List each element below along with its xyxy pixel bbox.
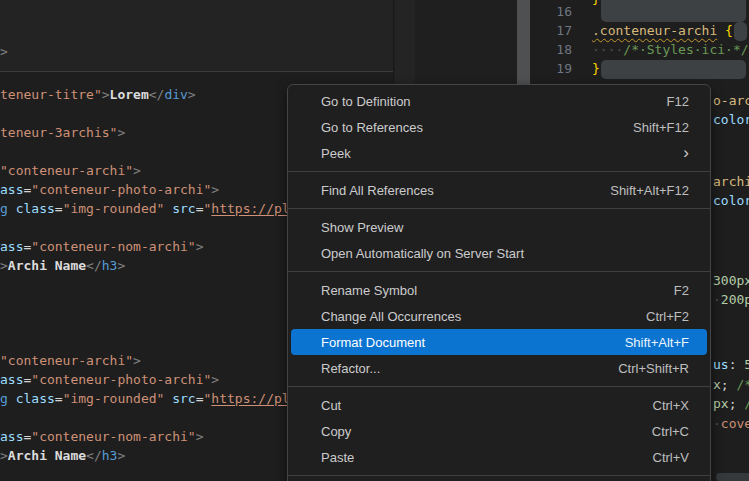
code-token: /*·Styles·ici·*/ [623,42,748,57]
line-number[interactable]: 16 [532,2,572,21]
code-token: div [164,87,187,102]
menu-item-paste[interactable]: PasteCtrl+V [291,444,707,470]
menu-item-find-all-references[interactable]: Find All ReferencesShift+Alt+F12 [291,177,707,203]
menu-item-shortcut: Ctrl+F2 [646,309,689,324]
menu-separator [288,271,710,272]
code-token: "conteneur-photo-archi" [31,372,211,387]
menu-item-label: Cut [321,398,341,413]
code-token: · [713,416,721,431]
code-line-fragment: us: 5 [713,355,749,374]
code-token: > [133,163,141,178]
code-token: Archi Name [8,258,86,273]
code-token: / [744,396,749,411]
code-token: > [117,125,125,140]
menu-item-shortcut: Shift+Alt+F12 [610,183,689,198]
code-token: src [172,201,195,216]
code-token: archi [713,174,749,189]
menu-item-shortcut: Ctrl+V [653,450,689,465]
menu-item-label: Paste [321,450,354,465]
code-line-fragment: 300px [713,271,749,290]
code-line-fragment: archi [713,172,749,191]
code-token: ass [0,372,23,387]
code-token: "conteneur-nom-archi" [31,239,195,254]
inactive-selection [734,22,747,41]
code-line: g class="img-rounded" src="https://pla [0,199,297,218]
code-line: teneur-3archis"> [0,123,125,142]
menu-item-rename-symbol[interactable]: Rename SymbolF2 [291,277,707,303]
line-number[interactable]: 17 [532,21,572,40]
menu-item-shortcut: Ctrl+C [652,424,689,439]
menu-item-show-preview[interactable]: Show Preview [291,214,707,240]
code-line: .conteneur-archi { [592,21,733,40]
code-token: "img-rounded" [63,391,165,406]
code-token: class [16,391,55,406]
code-token: Lorem [110,87,149,102]
code-line: >Archi Name</h3> [0,256,125,275]
code-token: https://pla [211,201,297,216]
code-token: > [117,258,125,273]
menu-item-peek[interactable]: Peek› [291,140,707,166]
code-line: g class="img-rounded" src="https://pla [0,389,297,408]
code-token: h3 [102,258,118,273]
code-token: > [196,239,204,254]
code-token: > [196,429,204,444]
menu-item-shortcut: F2 [674,283,689,298]
code-token: </ [86,258,102,273]
code-line-fragment: color [713,110,749,129]
menu-item-go-to-references[interactable]: Go to ReferencesShift+F12 [291,114,707,140]
code-token: } [592,61,600,76]
inactive-selection [601,0,746,22]
submenu-chevron-icon: › [683,144,689,161]
menu-item-refactor[interactable]: Refactor...Ctrl+Shift+R [291,355,707,381]
code-line: ass="conteneur-photo-archi"> [0,180,219,199]
menu-item-label: Rename Symbol [321,283,417,298]
code-line-fragment: color [713,191,749,210]
menu-item-label: Format Document [321,335,425,350]
code-token: ; [729,396,745,411]
code-line: "conteneur-archi"> [0,161,141,180]
code-token: > [211,182,219,197]
code-token: </ [86,448,102,463]
menu-item-label: Go to References [321,120,423,135]
code-token: color [713,193,749,208]
menu-item-label: Change All Occurrences [321,309,461,324]
sticky-code-line: > [0,42,8,61]
menu-item-cut[interactable]: CutCtrl+X [291,392,707,418]
menu-item-copy[interactable]: CopyCtrl+C [291,418,707,444]
code-token [8,391,16,406]
code-token: o-arch [713,93,749,108]
code-line-fragment: ·200p [713,290,749,309]
code-token: > [117,448,125,463]
menu-item-label: Find All References [321,183,434,198]
code-line: } [592,59,600,78]
code-token: us [713,357,729,372]
code-line-fragment: x; /* [713,375,749,394]
code-token: > [133,353,141,368]
code-line: } [592,0,600,8]
code-line-fragment: o-arch [713,91,749,110]
menu-item-change-all-occurrences[interactable]: Change All OccurrencesCtrl+F2 [291,303,707,329]
code-token: ···· [592,42,623,57]
code-line-fragment: ·cove [713,414,749,433]
code-token: "conteneur-archi" [0,353,133,368]
menu-item-label: Open Automatically on Server Start [321,246,524,261]
code-token: > [211,372,219,387]
menu-item-format-document[interactable]: Format DocumentShift+Alt+F [291,329,707,355]
code-token: /* [736,377,749,392]
line-number[interactable]: 18 [532,40,572,59]
menu-item-shortcut: Shift+F12 [633,120,689,135]
code-token: { [725,23,733,38]
code-token: px [713,396,729,411]
menu-item-go-to-definition[interactable]: Go to DefinitionF12 [291,88,707,114]
code-token [8,201,16,216]
code-token: > [0,44,8,59]
menu-separator [288,171,710,172]
code-token: src [172,391,195,406]
code-token: teneur-3archis" [0,125,117,140]
code-line: teneur-titre">Lorem</div> [0,85,196,104]
code-line: ass="conteneur-nom-archi"> [0,237,204,256]
menu-item-open-automatically-on-server-start[interactable]: Open Automatically on Server Start [291,240,707,266]
code-token: = [55,391,63,406]
code-token: > [188,87,196,102]
line-number[interactable]: 19 [532,59,572,78]
